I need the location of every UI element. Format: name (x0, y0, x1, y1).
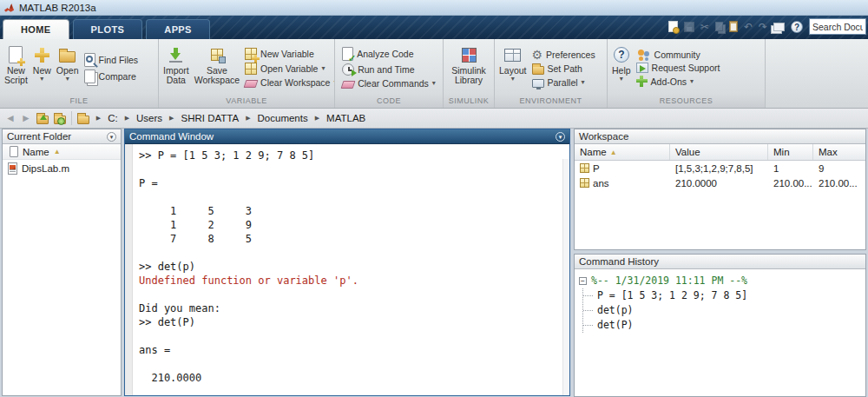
workspace-row-P[interactable]: P [1,5,3;1,2,9;7,8,5] 1 9 (575, 161, 865, 175)
window-layout-icon[interactable] (773, 23, 785, 31)
new-script-button[interactable]: New Script (3, 42, 30, 94)
plus-icon (35, 48, 49, 63)
workspace-header: Workspace (575, 129, 865, 144)
find-files-icon (84, 53, 95, 67)
cw-line: >> det(P) (139, 315, 358, 329)
cw-line (139, 190, 358, 204)
set-path-button[interactable]: Set Path (530, 63, 597, 75)
caret-down-icon: ▾ (690, 78, 694, 85)
matrix-variable-icon (580, 178, 589, 188)
parallel-icon (532, 79, 544, 88)
panel-menu-icon[interactable]: ▾ (107, 132, 116, 142)
back-icon[interactable]: ◄ (5, 113, 16, 123)
command-history-body: − %-- 1/31/2019 11:11 PM --% P = [1 5 3;… (575, 269, 865, 333)
request-support-icon (636, 63, 648, 73)
history-entry[interactable]: det(p) (583, 303, 862, 318)
blank-file-icon (10, 146, 18, 157)
command-history-title: Command History (579, 256, 659, 267)
search-documentation-input[interactable] (809, 18, 866, 35)
eraser-icon (244, 80, 259, 88)
clear-commands-button[interactable]: Clear Commands ▾ (340, 78, 437, 89)
name-column-header[interactable]: Name ▲ (3, 144, 121, 160)
save-workspace-button[interactable]: Save Workspace (193, 42, 241, 94)
request-support-button[interactable]: Request Support (635, 63, 722, 73)
history-entry[interactable]: det(P) (583, 318, 862, 333)
ribbon-section-variable: Import Data Save Workspace New Variable … (159, 39, 335, 108)
help-circle-icon: ? (614, 47, 629, 63)
layout-button[interactable]: Layout ▾ (497, 42, 529, 94)
column-header-min[interactable]: Min (768, 144, 813, 160)
command-window-header: Command Window ▾ (125, 129, 569, 144)
tab-apps[interactable]: APPS (146, 19, 210, 39)
compare-button[interactable]: Compare (82, 69, 141, 83)
eraser-icon (341, 81, 356, 89)
crumb-separator-icon: ▶ (123, 115, 131, 122)
section-label-simulink: SIMULINK (444, 94, 494, 108)
command-window-scrollbar[interactable] (562, 159, 569, 395)
cw-line (139, 246, 358, 260)
gear-icon: ⚙ (532, 49, 543, 61)
breadcrumb-user[interactable]: SHRI DATTA (181, 113, 239, 123)
new-variable-button[interactable]: New Variable (243, 48, 334, 60)
new-variable-icon (245, 48, 257, 60)
undo-icon[interactable]: ↶ (744, 21, 753, 33)
paste-icon[interactable] (729, 21, 738, 32)
history-entries: P = [1 5 3; 1 2 9; 7 8 5] det(p) det(P) (582, 288, 862, 333)
forward-icon[interactable]: ► (21, 113, 31, 123)
history-timestamp: %-- 1/31/2019 11:11 PM --% (591, 274, 747, 288)
history-entry[interactable]: P = [1 5 3; 1 2 9; 7 8 5] (583, 288, 862, 303)
crumb-separator-icon: ▶ (313, 115, 321, 122)
new-button[interactable]: New ▾ (31, 42, 53, 94)
column-header-max[interactable]: Max (813, 144, 865, 160)
cw-line (139, 162, 358, 176)
file-row-dipslab[interactable]: DipsLab.m (3, 160, 121, 175)
column-header-value[interactable]: Value (670, 144, 768, 160)
import-data-button[interactable]: Import Data (161, 42, 191, 94)
cut-icon[interactable]: ✂ (700, 21, 709, 33)
open-variable-button[interactable]: Open Variable ▾ (243, 63, 334, 75)
save-icon[interactable] (684, 22, 694, 32)
open-variable-icon (245, 63, 257, 75)
browse-folder-icon[interactable] (54, 116, 66, 124)
analyze-code-button[interactable]: ✓ Analyze Code (340, 47, 437, 61)
breadcrumb-users[interactable]: Users (136, 113, 162, 123)
parallel-button[interactable]: Parallel ▾ (530, 77, 597, 88)
preferences-button[interactable]: ⚙ Preferences (530, 49, 597, 61)
tab-plots[interactable]: PLOTS (73, 19, 143, 39)
command-window-margin (125, 144, 133, 395)
help-button[interactable]: ? Help ▾ (610, 42, 633, 94)
main-area: Current Folder ▾ Name ▲ DipsLab.m Comman… (0, 129, 868, 397)
redo-icon[interactable]: ↷ (759, 21, 767, 33)
column-header-name[interactable]: Name ▲ (575, 144, 670, 160)
up-one-level-icon[interactable] (36, 116, 49, 124)
tab-home[interactable]: HOME (3, 19, 69, 39)
caret-down-icon: ▾ (66, 76, 69, 83)
run-and-time-icon (342, 63, 354, 76)
collapse-icon[interactable]: − (579, 277, 587, 285)
sort-ascending-icon: ▲ (610, 149, 617, 156)
title-bar: MATLAB R2013a (0, 0, 868, 16)
caret-down-icon: ▾ (511, 76, 515, 83)
copy-icon[interactable] (715, 22, 723, 31)
breadcrumb-drive[interactable]: C: (108, 113, 118, 123)
breadcrumb-matlab[interactable]: MATLAB (326, 113, 365, 123)
breadcrumb-documents[interactable]: Documents (258, 113, 308, 123)
clear-workspace-button[interactable]: Clear Workspace ▾ (243, 77, 334, 88)
help-icon[interactable]: ? (791, 21, 803, 33)
caret-down-icon: ▾ (432, 80, 436, 87)
run-and-time-button[interactable]: Run and Time (340, 63, 437, 76)
open-button[interactable]: Open ▾ (55, 42, 81, 94)
simulink-library-button[interactable]: Simulink Library (450, 42, 488, 94)
add-ons-button[interactable]: Add-Ons ▾ (635, 76, 722, 87)
ribbon-section-resources: ? Help ▾ Community Request Support Add-O… (608, 39, 766, 108)
current-folder-title: Current Folder (7, 131, 71, 142)
workspace-row-ans[interactable]: ans 210.0000 210.00... 210.00... (575, 175, 865, 190)
new-shortcut-icon[interactable] (668, 21, 678, 32)
command-window-body[interactable]: >> P = [1 5 3; 1 2 9; 7 8 5] P = 1 5 3 1… (125, 144, 569, 395)
command-history-panel: Command History − %-- 1/31/2019 11:11 PM… (574, 254, 866, 397)
community-button[interactable]: Community (635, 49, 722, 60)
find-files-button[interactable]: Find Files (82, 53, 141, 67)
history-session-row[interactable]: − %-- 1/31/2019 11:11 PM --% (579, 274, 862, 288)
community-icon (636, 49, 651, 60)
panel-menu-icon[interactable]: ▾ (556, 132, 565, 142)
